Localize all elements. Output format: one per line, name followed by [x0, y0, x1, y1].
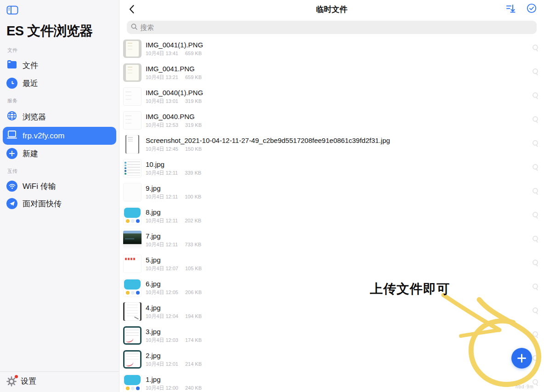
file-row[interactable]: IMG_0041(1).PNG 10月4日 13:41659 KB [119, 37, 544, 61]
notification-dot [15, 375, 18, 378]
file-row[interactable]: 4.jpg 10月4日 12:04194 KB [119, 300, 544, 324]
globe-icon [6, 110, 17, 124]
settings-label[interactable]: 设置 [21, 376, 36, 386]
file-thumbnail [123, 231, 142, 249]
file-size: 202 KB [185, 218, 201, 223]
share-icon[interactable] [532, 140, 538, 149]
file-size: 319 KB [185, 122, 202, 128]
file-name: Screenshot_2021-10-04-12-11-27-49_c2be9d… [146, 136, 390, 144]
file-row[interactable]: 1.jpg 10月4日 12:00240 KB [119, 371, 544, 392]
file-thumbnail [123, 63, 142, 82]
file-thumbnail [123, 87, 142, 106]
main-panel: 临时文件 [119, 0, 544, 392]
file-row[interactable]: IMG_0040(1).PNG 10月4日 13:01319 KB [119, 85, 544, 108]
wifi-icon [6, 181, 17, 192]
share-icon[interactable] [532, 283, 538, 292]
file-row[interactable]: 8.jpg 10月4日 12:11202 KB [119, 204, 544, 228]
share-icon[interactable] [532, 187, 538, 197]
file-row[interactable]: IMG_0040.PNG 10月4日 12:53319 KB [119, 108, 544, 132]
sidebar-item-files[interactable]: 文件 [3, 57, 116, 74]
sidebar-toggle-icon[interactable] [6, 6, 18, 17]
search-input[interactable] [140, 23, 533, 31]
page-title: 临时文件 [119, 4, 544, 15]
share-icon[interactable] [532, 307, 538, 316]
file-thumbnail [123, 278, 142, 297]
file-date: 10月4日 13:21 [146, 74, 178, 80]
share-icon[interactable] [532, 164, 538, 173]
file-row[interactable]: 7.jpg 10月4日 12:11733 KB [119, 228, 544, 252]
share-icon[interactable] [532, 331, 538, 340]
share-icon[interactable] [532, 92, 538, 101]
file-size: 100 KB [185, 194, 201, 199]
sidebar-item-label: 新建 [23, 148, 38, 159]
file-date: 10月4日 13:41 [146, 51, 178, 56]
sidebar-item-face-to-face[interactable]: 面对面快传 [3, 195, 116, 212]
file-thumbnail [123, 207, 142, 225]
sidebar-item-label: 最近 [23, 78, 38, 89]
share-icon[interactable] [532, 68, 538, 77]
app-title: ES 文件浏览器 [6, 22, 113, 40]
file-name: IMG_0040(1).PNG [146, 89, 203, 97]
sidebar-item-browser[interactable]: 浏览器 [3, 107, 116, 127]
file-name: IMG_0041.PNG [146, 65, 202, 73]
sidebar: ES 文件浏览器 文件 文件 最近 服务 [0, 0, 119, 392]
sidebar-item-new[interactable]: 新建 [3, 145, 116, 162]
sidebar-footer: 设置 [0, 371, 119, 392]
file-thumbnail [123, 183, 142, 201]
file-date: 10月4日 12:00 [146, 385, 178, 391]
file-date: 10月4日 12:11 [146, 242, 178, 247]
search-bar[interactable] [127, 21, 537, 34]
file-size: 339 KB [185, 170, 201, 176]
share-icon[interactable] [532, 379, 538, 388]
plus-icon [517, 354, 526, 363]
file-date: 10月4日 12:03 [146, 337, 178, 343]
file-name: 5.jpg [146, 256, 202, 264]
sort-icon[interactable] [506, 4, 516, 15]
file-name: IMG_0040.PNG [146, 113, 202, 120]
file-name: 4.jpg [146, 304, 202, 312]
section-label-services: 服务 [7, 97, 113, 104]
select-check-icon[interactable] [527, 3, 537, 15]
file-date: 10月4日 12:11 [146, 194, 178, 199]
share-icon[interactable] [532, 355, 538, 364]
file-row[interactable]: 10.jpg 10月4日 12:11339 KB [119, 156, 544, 180]
file-date: 10月4日 13:01 [146, 98, 178, 104]
add-file-fab[interactable] [511, 348, 532, 369]
file-thumbnail [123, 326, 142, 345]
share-icon[interactable] [532, 44, 538, 53]
file-row[interactable]: 3.jpg 10月4日 12:03174 KB [119, 324, 544, 347]
file-name: 2.jpg [146, 352, 202, 359]
share-icon[interactable] [532, 116, 538, 125]
file-thumbnail [123, 374, 142, 392]
file-row[interactable]: 9.jpg 10月4日 12:11100 KB [119, 180, 544, 204]
file-date: 10月4日 12:04 [146, 313, 178, 319]
file-name: 6.jpg [146, 280, 202, 288]
file-thumbnail [125, 135, 139, 153]
file-row[interactable]: IMG_0041.PNG 10月4日 13:21659 KB [119, 61, 544, 85]
file-name: 10.jpg [146, 160, 201, 168]
sidebar-item-label: 文件 [23, 60, 38, 71]
sidebar-item-frp-server[interactable]: frp.v2fy.com [3, 127, 116, 145]
file-size: 319 KB [185, 98, 202, 104]
gear-icon[interactable] [6, 376, 17, 386]
file-row[interactable]: 2.jpg 10月4日 12:01214 KB [119, 347, 544, 371]
file-size: 206 KB [185, 290, 202, 295]
topbar: 临时文件 [119, 0, 544, 18]
share-icon[interactable] [532, 235, 538, 244]
sidebar-item-recent[interactable]: 最近 [3, 74, 116, 92]
file-size: 194 KB [185, 313, 202, 319]
sidebar-item-wifi-transfer[interactable]: WiFi 传输 [3, 177, 116, 195]
file-size: 150 KB [185, 146, 202, 152]
sidebar-item-label: 浏览器 [23, 112, 46, 122]
file-thumbnail [123, 111, 142, 130]
file-row[interactable]: 6.jpg 10月4日 12:05206 KB [119, 276, 544, 300]
plus-circle-icon [6, 148, 17, 159]
share-icon[interactable] [532, 211, 538, 221]
back-icon[interactable] [127, 3, 136, 16]
file-row[interactable]: Screenshot_2021-10-04-12-11-27-49_c2be9d… [119, 132, 544, 156]
file-name: IMG_0041(1).PNG [146, 41, 203, 49]
file-row[interactable]: 5.jpg 10月4日 12:07105 KB [119, 252, 544, 276]
file-thumbnail [123, 302, 142, 321]
search-icon [131, 23, 137, 32]
share-icon[interactable] [532, 259, 538, 268]
